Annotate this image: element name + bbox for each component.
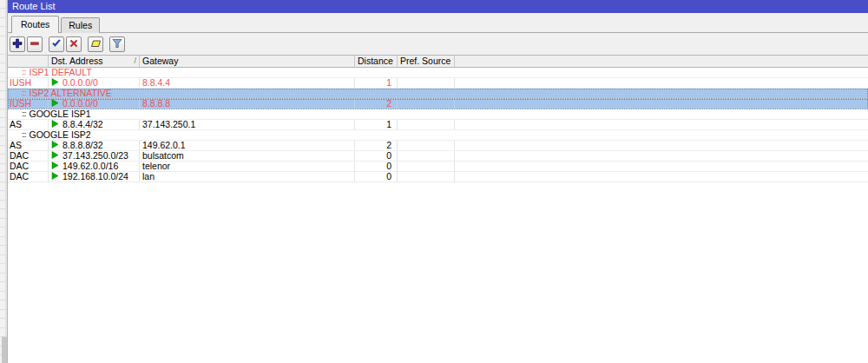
toolbar <box>8 33 868 55</box>
route-arrow-icon <box>51 162 59 171</box>
dst-address-cell: 8.8.4.4/32 <box>49 120 140 129</box>
gateway-cell: lan <box>140 172 355 182</box>
screen: Route List Routes Rules <box>0 0 868 363</box>
gateway-cell: 37.143.250.1 <box>140 120 355 129</box>
route-arrow-icon <box>51 99 59 109</box>
gateway-cell: bulsatcom <box>140 151 355 161</box>
route-list-window: Route List Routes Rules <box>7 0 868 363</box>
sort-indicator-icon: / <box>134 56 139 67</box>
route-arrow-icon <box>51 172 59 182</box>
filler-cell <box>455 162 868 171</box>
distance-cell: 0 <box>355 151 398 161</box>
filler-cell <box>455 151 868 161</box>
comment-icon: ::: <box>22 130 26 140</box>
distance-cell: 2 <box>355 99 398 109</box>
column-header-dst-address[interactable]: Dst. Address / <box>49 56 140 67</box>
comment-text: ISP1 DEFAULT <box>30 68 92 77</box>
table-header: Dst. Address / Gateway Distance Pref. So… <box>8 55 868 68</box>
table-rows: :::ISP1 DEFAULTIUSH0.0.0.0/08.8.4.41:::I… <box>8 68 868 363</box>
route-row[interactable]: IUSH0.0.0.0/08.8.8.82 <box>8 99 868 109</box>
flags-cell: DAC <box>8 151 49 161</box>
comment-row[interactable]: :::ISP2 ALTERNATIVE <box>8 89 868 99</box>
window-title: Route List <box>12 1 56 11</box>
filler-cell <box>455 78 868 88</box>
pref-source-cell <box>398 141 455 150</box>
filter-button[interactable] <box>109 36 125 52</box>
dst-address-cell: 0.0.0.0/0 <box>49 99 140 109</box>
filler-cell <box>455 172 868 182</box>
route-arrow-icon <box>51 78 59 88</box>
route-arrow-icon <box>51 120 59 129</box>
column-header-dst-label: Dst. Address <box>51 56 103 67</box>
dst-address-value: 0.0.0.0/0 <box>62 78 98 88</box>
route-arrow-icon <box>51 151 59 161</box>
cross-icon <box>69 36 79 52</box>
gateway-cell: 8.8.4.4 <box>140 78 355 88</box>
pref-source-cell <box>398 172 455 182</box>
tab-rules[interactable]: Rules <box>61 17 100 33</box>
route-row[interactable]: IUSH0.0.0.0/08.8.4.41 <box>8 78 868 89</box>
dst-address-cell: 0.0.0.0/0 <box>49 78 140 88</box>
distance-cell: 0 <box>355 162 398 171</box>
comment-text: ISP2 ALTERNATIVE <box>30 89 112 98</box>
dst-address-value: 8.8.4.4/32 <box>62 120 103 129</box>
remove-button[interactable] <box>27 36 43 52</box>
pref-source-cell <box>398 99 455 109</box>
filler-cell <box>455 141 868 150</box>
flags-cell: DAC <box>8 172 49 182</box>
minus-icon <box>30 36 40 52</box>
column-header-filler <box>455 56 868 67</box>
disable-button[interactable] <box>66 36 82 52</box>
dst-address-value: 8.8.8.8/32 <box>62 141 103 150</box>
comment-icon: ::: <box>22 109 26 119</box>
dst-address-cell: 149.62.0.0/16 <box>49 162 140 171</box>
column-header-flags[interactable] <box>8 56 49 67</box>
window-titlebar[interactable]: Route List <box>8 0 868 13</box>
dst-address-value: 149.62.0.0/16 <box>62 162 118 171</box>
dst-address-value: 37.143.250.0/23 <box>62 151 128 161</box>
comment-row[interactable]: :::GOOGLE ISP2 <box>8 130 868 141</box>
route-table: Dst. Address / Gateway Distance Pref. So… <box>8 55 868 363</box>
pref-source-cell <box>398 151 455 161</box>
column-header-distance[interactable]: Distance <box>355 56 398 67</box>
check-icon <box>51 36 62 52</box>
flags-cell: DAC <box>8 162 49 171</box>
route-row[interactable]: DAC149.62.0.0/16telenor0 <box>8 162 868 172</box>
dst-address-value: 0.0.0.0/0 <box>62 99 98 109</box>
note-icon <box>90 36 102 52</box>
flags-cell: IUSH <box>8 78 49 88</box>
dst-address-value: 192.168.10.0/24 <box>62 172 128 182</box>
comment-icon: ::: <box>22 68 26 77</box>
column-header-gateway[interactable]: Gateway <box>140 56 355 67</box>
filler-cell <box>455 120 868 129</box>
gateway-cell: 8.8.8.8 <box>140 99 355 109</box>
route-row[interactable]: DAC192.168.10.0/24lan0 <box>8 172 868 182</box>
enable-button[interactable] <box>49 36 64 52</box>
distance-cell: 1 <box>355 120 398 129</box>
comment-row[interactable]: :::GOOGLE ISP1 <box>8 109 868 120</box>
distance-cell: 1 <box>355 78 398 88</box>
comment-button[interactable] <box>88 36 103 52</box>
column-header-pref-source[interactable]: Pref. Source <box>398 56 455 67</box>
pref-source-cell <box>398 120 455 129</box>
distance-cell: 0 <box>355 172 398 182</box>
flags-cell: AS <box>8 141 49 150</box>
comment-row[interactable]: :::ISP1 DEFAULT <box>8 68 868 78</box>
route-row[interactable]: DAC37.143.250.0/23bulsatcom0 <box>8 151 868 162</box>
distance-cell: 2 <box>355 141 398 150</box>
route-row[interactable]: AS8.8.8.8/32149.62.0.12 <box>8 141 868 151</box>
flags-cell: AS <box>8 120 49 129</box>
route-row[interactable]: AS8.8.4.4/3237.143.250.11 <box>8 120 868 130</box>
comment-icon: ::: <box>22 89 26 98</box>
dst-address-cell: 8.8.8.8/32 <box>49 141 140 150</box>
gateway-cell: telenor <box>140 162 355 171</box>
comment-text: GOOGLE ISP1 <box>30 109 91 119</box>
add-button[interactable] <box>10 36 25 52</box>
filler-cell <box>455 99 868 109</box>
funnel-icon <box>112 36 122 52</box>
plus-icon <box>12 36 23 52</box>
tab-routes[interactable]: Routes <box>11 16 59 33</box>
pref-source-cell <box>398 162 455 171</box>
tab-bar: Routes Rules <box>8 13 868 33</box>
flags-cell: IUSH <box>8 99 49 109</box>
